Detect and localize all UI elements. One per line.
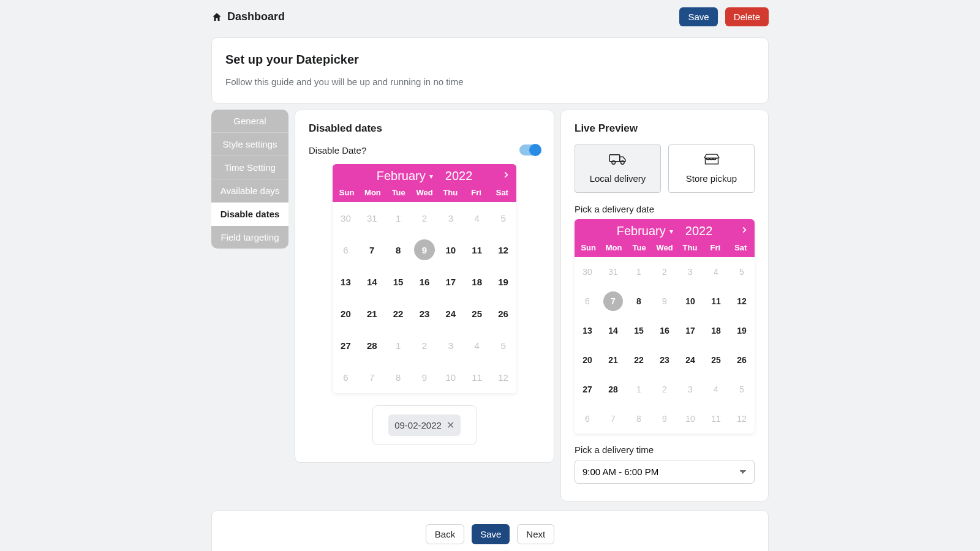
calendar-day[interactable]: 31	[359, 202, 385, 234]
sidebar-item-time-setting[interactable]: Time Setting	[211, 156, 288, 179]
calendar-day[interactable]: 26	[490, 298, 516, 329]
calendar-day[interactable]: 3	[677, 375, 703, 404]
calendar-day[interactable]: 18	[703, 316, 729, 345]
calendar-day[interactable]: 1	[626, 375, 652, 404]
calendar-day[interactable]: 2	[412, 329, 438, 361]
calendar-day[interactable]: 2	[652, 257, 677, 287]
calendar-day[interactable]: 21	[600, 345, 626, 375]
calendar-day[interactable]: 19	[490, 266, 516, 298]
footer-save-button[interactable]: Save	[472, 524, 510, 544]
calendar-day[interactable]: 16	[412, 266, 438, 298]
back-button[interactable]: Back	[426, 524, 464, 544]
calendar-day[interactable]: 11	[703, 404, 729, 433]
calendar-day[interactable]: 27	[333, 329, 359, 361]
calendar-day[interactable]: 18	[464, 266, 490, 298]
calendar-day[interactable]: 28	[359, 329, 385, 361]
calendar-day[interactable]: 26	[729, 345, 755, 375]
calendar-day[interactable]: 31	[600, 257, 626, 287]
calendar-day[interactable]: 4	[464, 202, 490, 234]
calendar-day[interactable]: 13	[333, 266, 359, 298]
calendar-day[interactable]: 4	[703, 257, 729, 287]
calendar-day[interactable]: 1	[626, 257, 652, 287]
calendar-day[interactable]: 3	[437, 202, 464, 234]
calendar-day[interactable]: 5	[490, 329, 516, 361]
calendar-day[interactable]: 7	[359, 361, 385, 393]
calendar-day[interactable]: 21	[359, 298, 385, 329]
calendar-day[interactable]: 27	[575, 375, 600, 404]
calendar-day[interactable]: 4	[703, 375, 729, 404]
sidebar-item-general[interactable]: General	[211, 110, 288, 133]
calendar-day[interactable]: 11	[464, 361, 490, 393]
calendar-day[interactable]: 19	[729, 316, 755, 345]
calendar-next-icon[interactable]	[502, 168, 510, 182]
calendar-day[interactable]: 30	[333, 202, 359, 234]
calendar-day[interactable]: 22	[626, 345, 652, 375]
calendar-day[interactable]: 5	[729, 257, 755, 287]
calendar-day[interactable]: 2	[412, 202, 438, 234]
preview-calendar-year[interactable]: 2022	[685, 224, 713, 238]
calendar-day[interactable]: 10	[437, 361, 464, 393]
calendar-day[interactable]: 9	[412, 361, 438, 393]
calendar-day[interactable]: 14	[600, 316, 626, 345]
calendar-day[interactable]: 9	[412, 234, 438, 266]
calendar-day[interactable]: 17	[677, 316, 703, 345]
calendar-day[interactable]: 16	[652, 316, 677, 345]
sidebar-item-style-settings[interactable]: Style settings	[211, 133, 288, 156]
calendar-day[interactable]: 12	[490, 234, 516, 266]
calendar-day[interactable]: 7	[600, 404, 626, 433]
calendar-day[interactable]: 1	[385, 329, 412, 361]
calendar-day[interactable]: 6	[575, 287, 600, 316]
calendar-day[interactable]: 3	[437, 329, 464, 361]
calendar-day[interactable]: 11	[464, 234, 490, 266]
sidebar-item-field-targeting[interactable]: Field targeting	[211, 226, 288, 249]
calendar-year[interactable]: 2022	[445, 169, 473, 183]
calendar-day[interactable]: 10	[677, 287, 703, 316]
calendar-month-select[interactable]: February ▾	[377, 169, 433, 183]
delivery-time-select[interactable]: 9:00 AM - 6:00 PM	[575, 460, 755, 484]
next-button[interactable]: Next	[517, 524, 554, 544]
calendar-day[interactable]: 20	[575, 345, 600, 375]
calendar-day[interactable]: 13	[575, 316, 600, 345]
calendar-day[interactable]: 8	[385, 234, 412, 266]
calendar-day[interactable]: 12	[729, 287, 755, 316]
calendar-day[interactable]: 20	[333, 298, 359, 329]
calendar-day[interactable]: 6	[333, 361, 359, 393]
calendar-day[interactable]: 23	[412, 298, 438, 329]
calendar-day[interactable]: 9	[652, 404, 677, 433]
disable-date-toggle[interactable]	[519, 144, 540, 156]
calendar-day[interactable]: 7	[600, 287, 626, 316]
remove-chip-icon[interactable]: ✕	[447, 419, 454, 431]
calendar-day[interactable]: 15	[626, 316, 652, 345]
save-button[interactable]: Save	[679, 7, 717, 26]
delete-button[interactable]: Delete	[725, 7, 769, 26]
calendar-day[interactable]: 24	[677, 345, 703, 375]
sidebar-item-available-days[interactable]: Available days	[211, 179, 288, 203]
calendar-day[interactable]: 9	[652, 287, 677, 316]
calendar-day[interactable]: 12	[729, 404, 755, 433]
preview-calendar-next-icon[interactable]	[740, 223, 748, 237]
calendar-day[interactable]: 24	[437, 298, 464, 329]
store-pickup-card[interactable]: Store pickup	[668, 144, 755, 193]
calendar-day[interactable]: 8	[626, 404, 652, 433]
calendar-day[interactable]: 25	[703, 345, 729, 375]
calendar-day[interactable]: 30	[575, 257, 600, 287]
calendar-day[interactable]: 5	[490, 202, 516, 234]
calendar-day[interactable]: 8	[626, 287, 652, 316]
calendar-day[interactable]: 14	[359, 266, 385, 298]
calendar-day[interactable]: 23	[652, 345, 677, 375]
preview-calendar-month-select[interactable]: February ▾	[617, 224, 673, 238]
calendar-day[interactable]: 17	[437, 266, 464, 298]
calendar-day[interactable]: 7	[359, 234, 385, 266]
calendar-day[interactable]: 28	[600, 375, 626, 404]
calendar-day[interactable]: 8	[385, 361, 412, 393]
calendar-day[interactable]: 6	[333, 234, 359, 266]
calendar-day[interactable]: 3	[677, 257, 703, 287]
calendar-day[interactable]: 5	[729, 375, 755, 404]
calendar-day[interactable]: 11	[703, 287, 729, 316]
calendar-day[interactable]: 22	[385, 298, 412, 329]
calendar-day[interactable]: 12	[490, 361, 516, 393]
calendar-day[interactable]: 1	[385, 202, 412, 234]
calendar-day[interactable]: 15	[385, 266, 412, 298]
local-delivery-card[interactable]: Local delivery	[575, 144, 661, 193]
calendar-day[interactable]: 10	[437, 234, 464, 266]
